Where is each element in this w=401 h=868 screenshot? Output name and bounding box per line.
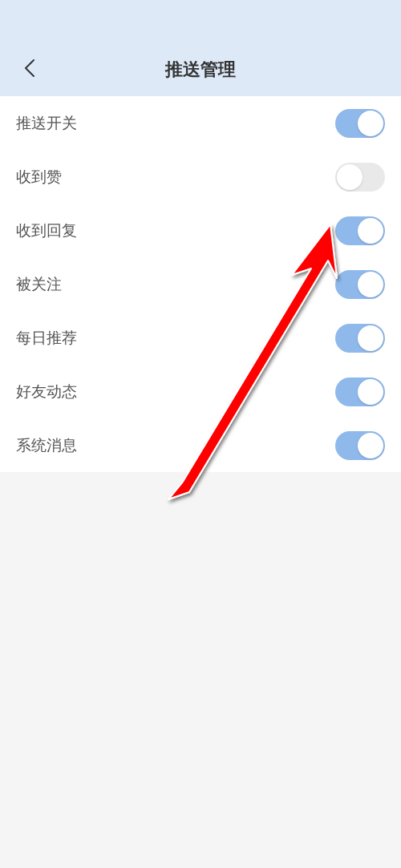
setting-row-followed: 被关注	[0, 257, 401, 311]
toggle-followed[interactable]	[335, 270, 385, 299]
toggle-knob	[337, 164, 363, 190]
toggle-system-message[interactable]	[335, 431, 385, 460]
toggle-knob	[358, 218, 383, 244]
toggle-knob	[358, 325, 383, 351]
toggle-received-reply[interactable]	[335, 216, 385, 245]
page-title: 推送管理	[0, 58, 401, 82]
setting-row-daily-recommend: 每日推荐	[0, 311, 401, 365]
back-button[interactable]	[18, 58, 42, 82]
setting-row-received-reply: 收到回复	[0, 204, 401, 257]
chevron-left-icon	[24, 59, 35, 81]
toggle-knob	[358, 433, 383, 458]
setting-label-system-message: 系统消息	[16, 435, 77, 456]
setting-row-received-like: 收到赞	[0, 150, 401, 204]
setting-row-system-message: 系统消息	[0, 418, 401, 472]
toggle-knob	[358, 111, 383, 136]
toggle-knob	[358, 272, 383, 297]
setting-label-friend-activity: 好友动态	[16, 382, 77, 402]
app-header: 推送管理	[0, 0, 401, 96]
toggle-friend-activity[interactable]	[335, 377, 385, 406]
setting-label-push-master: 推送开关	[16, 113, 77, 134]
setting-row-push-master: 推送开关	[0, 96, 401, 150]
setting-label-received-reply: 收到回复	[16, 220, 77, 241]
toggle-knob	[358, 379, 383, 405]
settings-list: 推送开关收到赞收到回复被关注每日推荐好友动态系统消息	[0, 96, 401, 472]
setting-label-followed: 被关注	[16, 274, 62, 295]
toggle-received-like[interactable]	[335, 163, 385, 192]
setting-label-received-like: 收到赞	[16, 167, 62, 188]
setting-label-daily-recommend: 每日推荐	[16, 328, 77, 349]
toggle-push-master[interactable]	[335, 109, 385, 138]
setting-row-friend-activity: 好友动态	[0, 365, 401, 418]
toggle-daily-recommend[interactable]	[335, 324, 385, 353]
